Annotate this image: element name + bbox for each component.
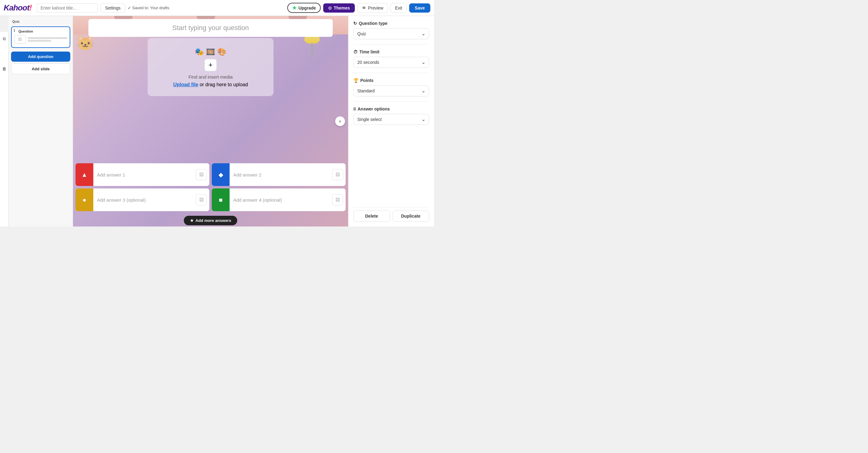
answer-options-section: ⁞⁞ Answer options Single select Multi se…	[353, 107, 429, 125]
add-slide-button[interactable]: Add slide	[11, 63, 70, 74]
question-number: 1	[13, 29, 16, 32]
themes-button[interactable]: ⊙ Themes	[323, 3, 355, 12]
question-card[interactable]: 1 Question 🖼	[11, 26, 70, 48]
main-layout: ⧉ 🗑 Quiz 1 Question 🖼 Add question Add s…	[0, 16, 434, 227]
upload-link[interactable]: Upload file	[173, 82, 198, 87]
triangle-icon: ▲	[81, 171, 88, 178]
save-button[interactable]: Save	[409, 3, 430, 12]
logo-text: Kahoot!	[4, 3, 32, 12]
duplicate-button[interactable]: Duplicate	[393, 211, 429, 221]
clock-icon: ⏱	[353, 50, 358, 54]
refresh-icon: ↻	[353, 21, 357, 26]
answer-box-2[interactable]: ◆ Add answer 2 🖼	[212, 163, 346, 186]
question-card-header: Question	[19, 29, 67, 33]
preview-button[interactable]: 👁 Preview	[357, 3, 388, 13]
question-placeholder: Start typing your question	[172, 24, 249, 32]
copy-icon[interactable]: ⧉	[0, 34, 9, 43]
answer-options-select[interactable]: Single select Multi select	[353, 114, 429, 125]
trophy-icon: 🏆	[353, 78, 359, 83]
answer-options-select-wrapper: Single select Multi select	[353, 114, 429, 125]
check-icon: ✓	[128, 5, 131, 10]
thumbnail-placeholder: 🖼	[14, 35, 26, 43]
square-icon: ■	[219, 197, 222, 204]
time-limit-section: ⏱ Time limit 5 seconds 10 seconds 20 sec…	[353, 50, 429, 68]
diamond-icon: ◆	[219, 171, 223, 178]
divider-1	[353, 44, 429, 44]
time-limit-select[interactable]: 5 seconds 10 seconds 20 seconds 30 secon…	[353, 57, 429, 68]
answer-shape-2: ◆	[212, 163, 229, 186]
time-limit-title: ⏱ Time limit	[353, 50, 429, 54]
exit-button[interactable]: Exit	[391, 3, 407, 13]
themes-icon: ⊙	[328, 5, 332, 10]
panel-bottom: Delete Duplicate	[353, 207, 429, 221]
answer-shape-4: ■	[212, 188, 229, 211]
question-box[interactable]: Start typing your question	[88, 19, 333, 37]
upgrade-button[interactable]: ★ Upgrade	[287, 3, 321, 13]
question-type-select[interactable]: Quiz True or False Type Answer Poll	[353, 28, 429, 39]
settings-button[interactable]: Settings	[100, 3, 125, 12]
answer-image-button-2[interactable]: 🖼	[332, 169, 343, 180]
question-type-section: ↻ Question type Quiz True or False Type …	[353, 21, 429, 39]
delete-button[interactable]: Delete	[353, 211, 390, 221]
question-type-select-wrapper: Quiz True or False Type Answer Poll	[353, 28, 429, 39]
logo-exclaim: !	[29, 3, 32, 12]
media-insert-area: 🎭 🎞️ 🎨 + Find and insert media Upload fi…	[148, 38, 274, 96]
sidebar-actions: Add question Add slide	[11, 52, 70, 74]
points-section: 🏆 Points Standard Double points No point…	[353, 78, 429, 96]
sidebar: Quiz 1 Question 🖼 Add question Add slide	[9, 16, 73, 227]
add-question-button[interactable]: Add question	[11, 52, 70, 62]
points-select-wrapper: Standard Double points No points	[353, 85, 429, 96]
circle-icon: ●	[83, 197, 86, 204]
divider-2	[353, 73, 429, 73]
answer-text-2: Add answer 2	[229, 172, 332, 177]
topbar: Kahoot! Settings ✓ Saved to: Your drafts…	[0, 0, 434, 16]
media-illustration: 🎭 🎞️ 🎨	[154, 47, 267, 57]
answer-bar-1	[28, 37, 67, 39]
add-media-button[interactable]: +	[205, 59, 217, 71]
answer-box-3[interactable]: ● Add answer 3 (optional) 🖼	[75, 188, 209, 211]
logo: Kahoot!	[4, 3, 32, 12]
answer-shape-3: ●	[75, 188, 93, 211]
image-icon: 🖼	[18, 37, 22, 41]
delete-icon[interactable]: 🗑	[0, 64, 9, 73]
answer-grid: ▲ Add answer 1 🖼 ◆ Add answer 2 🖼 ● Add …	[73, 163, 348, 211]
chevron-right-button[interactable]: ›	[335, 116, 345, 126]
content-area: 🐱 Start typing your question 🎭 🎞️ 🎨 + Fi…	[73, 16, 348, 227]
points-select[interactable]: Standard Double points No points	[353, 85, 429, 96]
answer-shape-1: ▲	[75, 163, 93, 186]
answer-bar-2	[28, 40, 51, 42]
answer-text-4: Add answer 4 (optional)	[229, 197, 332, 203]
add-more-answers-button[interactable]: ★ Add more answers	[184, 216, 237, 225]
answer-box-1[interactable]: ▲ Add answer 1 🖼	[75, 163, 209, 186]
time-limit-select-wrapper: 5 seconds 10 seconds 20 seconds 30 secon…	[353, 57, 429, 68]
add-more-label: Add more answers	[195, 218, 231, 223]
left-icons-strip: ⧉ 🗑	[0, 32, 9, 227]
title-input[interactable]	[36, 3, 98, 12]
star-badge-icon: ★	[190, 218, 194, 223]
saved-status: ✓ Saved to: Your drafts	[128, 5, 285, 10]
answer-text-1: Add answer 1	[93, 172, 196, 177]
answer-image-button-3[interactable]: 🖼	[196, 194, 207, 205]
dots-icon: ⁞⁞	[353, 107, 356, 112]
eye-icon: 👁	[362, 5, 366, 10]
answer-bars	[28, 37, 67, 42]
media-text: Find and insert media	[154, 74, 267, 80]
character: 🐱	[76, 34, 95, 52]
upload-text: Upload file or drag here to upload	[154, 82, 267, 88]
answer-options-title: ⁞⁞ Answer options	[353, 107, 429, 112]
star-icon: ★	[292, 5, 297, 11]
answer-box-4[interactable]: ■ Add answer 4 (optional) 🖼	[212, 188, 346, 211]
points-title: 🏆 Points	[353, 78, 429, 83]
answer-image-button-1[interactable]: 🖼	[196, 169, 207, 180]
right-panel: ↻ Question type Quiz True or False Type …	[348, 16, 434, 227]
divider-3	[353, 101, 429, 101]
question-type-title: ↻ Question type	[353, 21, 429, 26]
answer-text-3: Add answer 3 (optional)	[93, 197, 196, 203]
question-thumbnail: 🖼	[14, 35, 67, 43]
drag-text: or drag here to upload	[199, 82, 248, 87]
quiz-label: Quiz	[11, 19, 70, 24]
answer-image-button-4[interactable]: 🖼	[332, 194, 343, 205]
